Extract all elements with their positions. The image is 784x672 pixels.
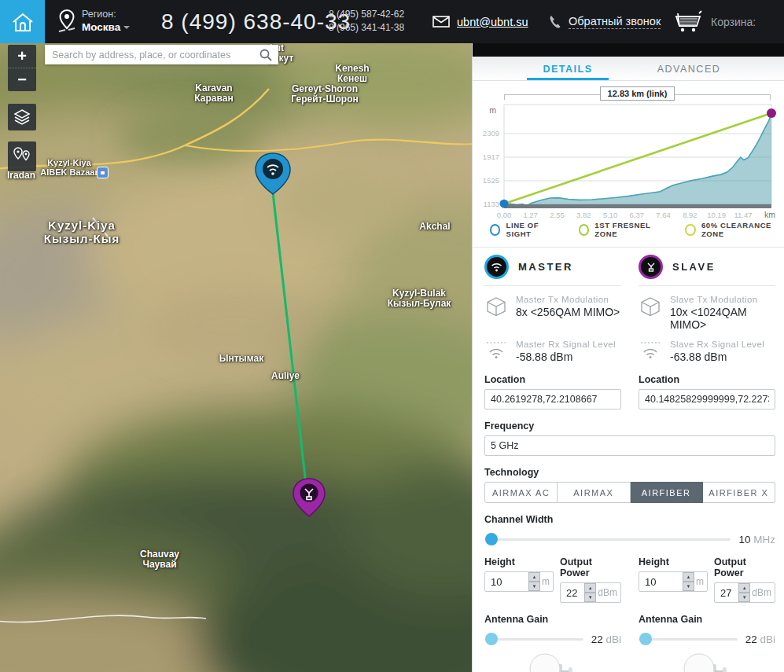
svg-text:0.00: 0.00 xyxy=(497,211,512,219)
svg-text:10.19: 10.19 xyxy=(707,211,726,219)
slave-power-input[interactable] xyxy=(720,587,736,599)
technology-button-group: AIRMAX AC AIRMAX AIRFIBER AIRFIBER X xyxy=(484,482,775,503)
master-height-stepper[interactable]: ▲▼ m xyxy=(484,571,554,592)
region-selector[interactable]: Регион: Москва xyxy=(58,0,130,43)
link-distance-label: 12.83 km (link) xyxy=(600,86,675,101)
master-rx-signal: Master Rx Signal Level -58.88 dBm xyxy=(484,340,621,363)
step-down-button[interactable]: ▼ xyxy=(584,593,596,602)
legend-fresnel-zone[interactable]: 1ST FRESNEL ZONE xyxy=(579,221,665,238)
search-icon[interactable] xyxy=(259,49,272,61)
svg-text:km: km xyxy=(764,210,775,219)
slave-antenna-gain: Antenna Gain 22 dBi xyxy=(639,614,775,645)
alt-phone-2: 8 (965) 341-41-38 xyxy=(329,21,404,35)
slider-handle[interactable] xyxy=(485,533,498,545)
slave-location-input[interactable] xyxy=(639,389,775,409)
signal-icon xyxy=(484,340,508,363)
legend-line-of-sight[interactable]: LINE OF SIGHT xyxy=(490,221,558,238)
svg-text:1133: 1133 xyxy=(484,200,499,208)
zoom-in-button[interactable]: + xyxy=(8,45,36,68)
master-height-input[interactable] xyxy=(491,576,506,588)
master-tx-modulation: Master Tx Modulation 8x <256QAM MIMO> xyxy=(484,295,621,331)
master-power-stepper[interactable]: ▲▼ dBm xyxy=(560,582,621,603)
tech-airmax-button[interactable]: AIRMAX xyxy=(558,482,630,503)
master-location-input[interactable] xyxy=(484,389,621,409)
bazaar-poi-icon[interactable] xyxy=(97,167,109,178)
svg-text:1.27: 1.27 xyxy=(523,211,538,219)
slave-product-card[interactable]: AIRFIBER 5 ⟳ xyxy=(639,652,775,672)
home-icon xyxy=(12,12,34,32)
details-panel: DETAILS ADVANCED 12.83 km (link) 2309191… xyxy=(472,43,784,672)
top-bar: Регион: Москва 8 (499) 638-40-33 8 (495)… xyxy=(0,0,784,43)
svg-text:8.92: 8.92 xyxy=(683,211,698,219)
step-up-button[interactable]: ▲ xyxy=(738,583,750,593)
slave-power-stepper[interactable]: ▲▼ dBm xyxy=(714,582,775,603)
pins-icon xyxy=(13,146,31,167)
step-up-button[interactable]: ▲ xyxy=(528,572,540,582)
cart-group[interactable]: Корзина: xyxy=(673,0,756,43)
channel-width-slider[interactable] xyxy=(484,533,731,545)
chart-legend: LINE OF SIGHT 1ST FRESNEL ZONE 60% CLEAR… xyxy=(490,221,784,238)
frequency-field: Frequency xyxy=(484,420,775,456)
step-down-button[interactable]: ▼ xyxy=(528,582,540,591)
legend-clearance-zone[interactable]: 60% CLEARANCE ZONE xyxy=(685,221,784,238)
svg-text:7.64: 7.64 xyxy=(656,211,671,219)
search-input[interactable] xyxy=(45,50,259,61)
tech-airfiber-x-button[interactable]: AIRFIBER X xyxy=(703,482,775,503)
airfiber-device-image xyxy=(671,652,743,672)
step-down-button[interactable]: ▼ xyxy=(738,593,750,602)
cube-icon xyxy=(639,295,662,331)
slave-height-input[interactable] xyxy=(645,576,661,588)
callback-link[interactable]: Обратный звонок xyxy=(569,15,661,29)
slave-height-stepper[interactable]: ▲▼ m xyxy=(639,571,708,592)
svg-text:2.55: 2.55 xyxy=(550,211,565,219)
region-value[interactable]: Москва xyxy=(82,21,120,33)
alt-phone-1: 8 (495) 587-42-62 xyxy=(329,8,404,21)
layers-button[interactable] xyxy=(8,104,36,130)
slave-gain-slider[interactable] xyxy=(639,633,738,645)
map-search-box[interactable] xyxy=(45,45,278,64)
email-link[interactable]: ubnt@ubnt.su xyxy=(457,16,528,28)
elevation-profile-chart: 2309191715251133m0.001.272.553.825.106.3… xyxy=(473,103,784,221)
slave-rx-signal: Slave Rx Signal Level -63.88 dBm xyxy=(639,340,775,363)
tab-details[interactable]: DETAILS xyxy=(527,57,609,80)
master-power-input[interactable] xyxy=(566,587,582,599)
svg-text:1525: 1525 xyxy=(483,176,499,185)
airlink-planner-app: Регион: Москва 8 (499) 638-40-33 8 (495)… xyxy=(0,0,784,672)
slave-height-power: Height ▲▼ m Output Power ▲▼ dBm xyxy=(639,556,775,603)
home-button[interactable] xyxy=(0,0,45,43)
frequency-input[interactable] xyxy=(484,435,775,456)
map-canvas[interactable]: kutМуркутKeneshКенешGereyt-ShoronГерейт-… xyxy=(0,43,472,672)
step-up-button[interactable]: ▲ xyxy=(683,572,694,582)
svg-text:5.10: 5.10 xyxy=(603,211,618,219)
panel-top-strip xyxy=(473,43,784,57)
slave-header: SLAVE xyxy=(639,248,775,286)
envelope-icon xyxy=(432,16,450,28)
svg-text:11.47: 11.47 xyxy=(734,211,752,219)
main-phone-number: 8 (499) 638-40-33 xyxy=(161,0,351,43)
alt-phone-numbers: 8 (495) 587-42-62 8 (965) 341-41-38 xyxy=(329,8,404,35)
region-label: Регион: xyxy=(82,9,130,20)
tech-airfiber-button[interactable]: AIRFIBER xyxy=(631,482,703,503)
svg-text:m: m xyxy=(489,105,496,115)
radio-icon xyxy=(579,224,590,236)
radio-icon xyxy=(685,224,696,236)
step-down-button[interactable]: ▼ xyxy=(683,582,694,591)
tech-airmax-ac-button[interactable]: AIRMAX AC xyxy=(484,482,558,503)
tab-advanced[interactable]: ADVANCED xyxy=(648,57,730,80)
cart-label: Корзина: xyxy=(711,16,756,28)
slave-tx-modulation: Slave Tx Modulation 10x <1024QAM MIMO> xyxy=(639,295,775,331)
master-product-card[interactable]: AIRFIBER 5 ⟳ xyxy=(484,652,621,672)
slider-handle[interactable] xyxy=(485,633,498,645)
svg-text:3.82: 3.82 xyxy=(576,211,591,219)
slider-handle[interactable] xyxy=(639,633,652,645)
phone-icon xyxy=(549,15,561,29)
place-markers-button[interactable] xyxy=(8,141,36,171)
layers-icon xyxy=(13,108,31,126)
master-gain-slider[interactable] xyxy=(484,633,583,645)
callback-group: Обратный звонок xyxy=(549,0,661,43)
signal-icon xyxy=(639,340,662,363)
step-up-button[interactable]: ▲ xyxy=(584,583,596,593)
zoom-out-button[interactable]: − xyxy=(8,68,36,91)
location-pin-icon xyxy=(58,9,75,35)
master-height-power: Height ▲▼ m Output Power ▲▼ dBm xyxy=(484,556,621,603)
